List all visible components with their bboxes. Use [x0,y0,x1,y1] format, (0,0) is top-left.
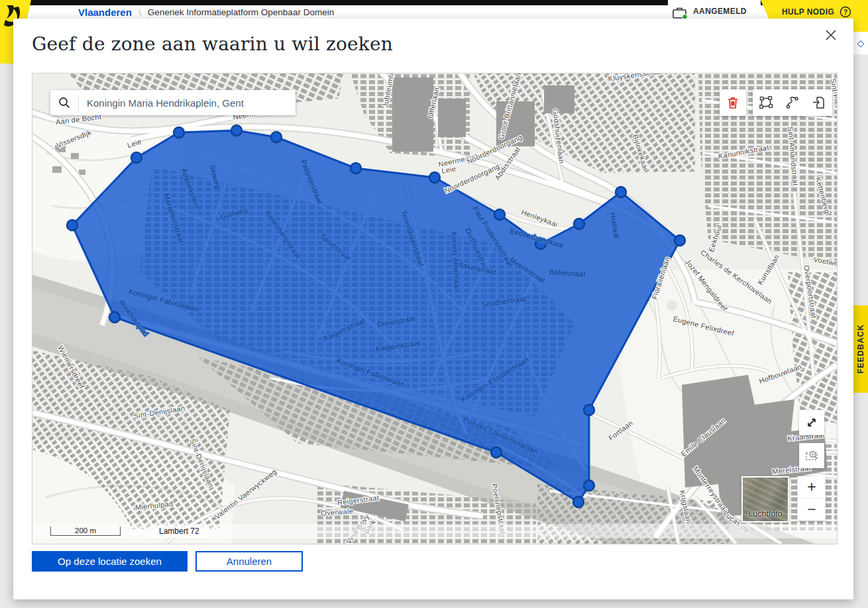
layer-switcher-luchtfoto[interactable]: Luchtfoto [741,476,789,523]
basemap: PatijntjestraatAtletiekpleinSkiwegMarath… [32,74,837,544]
search-icon [50,95,79,111]
fullscreen-button[interactable] [799,410,824,435]
zone-vertex-handle[interactable] [231,125,242,136]
trash-icon [725,95,741,111]
draw-polygon-icon [758,95,774,111]
zone-vertex-handle[interactable] [271,132,282,142]
draw-freehand-icon [785,95,800,111]
zone-vertex-handle[interactable] [491,447,502,458]
zone-vertex-handle[interactable] [67,220,78,230]
zone-vertex-handle[interactable] [109,312,120,323]
projection-label: Lambert 72 [151,525,207,537]
draw-freehand-button[interactable] [779,89,806,116]
zoom-to-extent-button[interactable] [799,443,824,468]
zone-vertex-handle[interactable] [131,152,142,163]
import-file-icon [811,95,827,111]
map-canvas[interactable]: PatijntjestraatAtletiekpleinSkiwegMarath… [32,73,838,544]
breadcrumb: Vlaanderen \ Generiek Informatieplatform… [78,7,334,18]
cancel-button[interactable]: Annuleren [195,551,303,572]
svg-text:?: ? [843,9,847,16]
draw-polygon-button[interactable] [753,89,779,116]
modal-title: Geef de zone aan waarin u wil zoeken [32,33,393,55]
feedback-tab[interactable]: FEEDBACK [853,305,868,393]
help-label: HULP NODIG [782,7,834,17]
zone-vertex-handle[interactable] [351,163,361,174]
search-input[interactable] [79,97,296,109]
fullscreen-icon [804,415,819,430]
close-button[interactable] [823,28,839,44]
layer-switcher-label: Luchtfoto [748,509,782,521]
scale-bar: 200 m [50,527,121,536]
zoom-in-button[interactable]: + [798,476,826,499]
close-icon [825,29,837,41]
zone-vertex-handle[interactable] [675,235,685,246]
breadcrumb-app-title: Generiek Informatieplatform Openbaar Dom… [148,7,334,17]
zone-vertex-handle[interactable] [584,405,594,415]
map-search [50,90,296,115]
delete-zone-button[interactable] [720,89,746,116]
briefcase-icon [672,5,688,20]
zoom-controls: + − [798,476,826,521]
logged-in-label: AANGEMELD [693,7,747,16]
zone-selection-modal: Geef de zone aan waarin u wil zoeken [13,19,853,599]
brand-link[interactable]: Vlaanderen [78,7,132,18]
breadcrumb-separator: \ [138,7,141,18]
search-location-button[interactable]: Op deze locatie zoeken [32,551,188,572]
zone-vertex-handle[interactable] [584,480,594,491]
zone-vertex-handle[interactable] [494,209,505,220]
diamond-chevrons-icon: ◇ [857,38,865,48]
map-attribution-bar: 200 m Lambert 72 [32,524,837,538]
draw-tools [753,89,832,116]
zone-vertex-handle[interactable] [174,127,184,138]
import-file-button[interactable] [806,89,832,116]
zone-vertex-handle[interactable] [574,219,584,229]
zone-vertex-handle[interactable] [573,497,584,507]
zoom-box-icon [804,448,820,464]
zone-vertex-handle[interactable] [429,172,440,183]
scroll-indicator[interactable]: ◇ [853,32,868,54]
zoom-out-button[interactable]: − [798,499,826,521]
page: { "topbar": { "brand": "Vlaanderen", "se… [0,0,868,608]
question-mark-icon: ? [840,6,851,18]
zone-vertex-handle[interactable] [616,187,626,197]
